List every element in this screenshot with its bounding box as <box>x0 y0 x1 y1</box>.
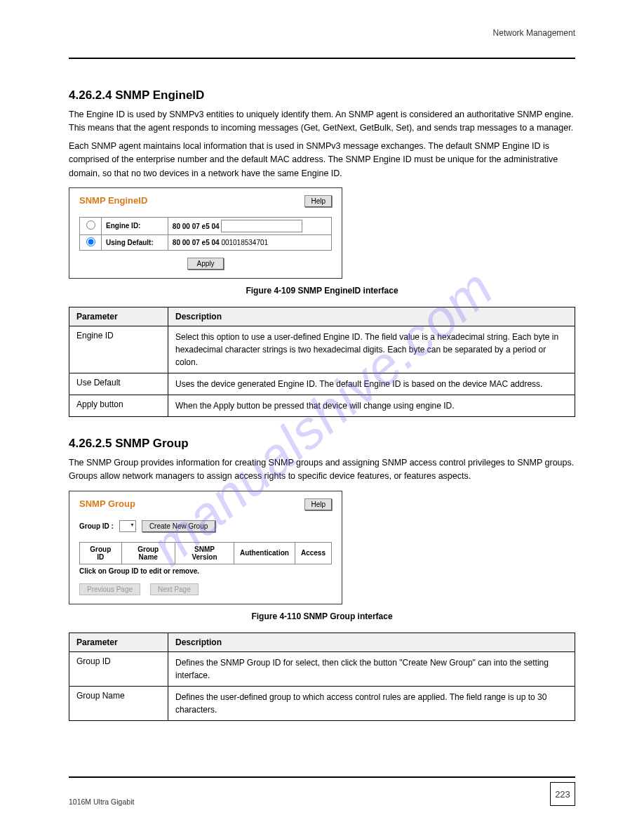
default-prefix: 80 00 07 e5 04 <box>173 239 220 246</box>
figure-caption-1: Figure 4-109 SNMP EngineID interface <box>69 286 575 296</box>
param-cell: Apply button <box>69 395 168 416</box>
group-header-table: Group ID Group Name SNMP Version Authent… <box>79 542 332 564</box>
group-id-dropdown[interactable] <box>119 520 136 532</box>
paragraph: The SNMP Group provides information for … <box>69 456 575 484</box>
footer-left: 1016M Ultra Gigabit <box>69 797 134 806</box>
default-value: 001018534701 <box>221 239 268 246</box>
desc-cell: Uses the device generated Engine ID. The… <box>168 373 575 395</box>
param-cell: Group ID <box>69 651 168 686</box>
figure-title: SNMP EngineID <box>79 195 147 206</box>
apply-button[interactable]: Apply <box>187 258 223 270</box>
engine-id-radio[interactable] <box>86 220 95 230</box>
help-button[interactable]: Help <box>304 498 332 510</box>
footer: 1016M Ultra Gigabit 223 <box>69 776 575 806</box>
engine-table: Engine ID: 80 00 07 e5 04 Using Default:… <box>79 217 332 251</box>
paragraph: The Engine ID is used by SNMPv3 entities… <box>69 108 575 135</box>
th-parameter: Parameter <box>69 633 168 651</box>
create-group-button[interactable]: Create New Group <box>142 520 215 532</box>
th-description: Description <box>168 307 575 326</box>
group-hint: Click on Group ID to edit or remove. <box>79 567 332 575</box>
section-heading-2: 4.26.2.5 SNMP Group <box>69 437 575 451</box>
desc-cell: Select this option to use a user-defined… <box>168 326 575 373</box>
section-heading-1: 4.26.2.4 SNMP EngineID <box>69 88 575 102</box>
header-right: Network Management <box>69 28 575 38</box>
desc-cell: When the Apply button be pressed that de… <box>168 395 575 416</box>
param-cell: Use Default <box>69 373 168 395</box>
th-group-name: Group Name <box>121 542 175 564</box>
th-group-id: Group ID <box>80 542 122 564</box>
next-page-button[interactable]: Next Page <box>150 583 199 595</box>
param-table-1: Parameter Description Engine ID Select t… <box>69 307 575 417</box>
figure-caption-2: Figure 4-110 SNMP Group interface <box>69 611 575 621</box>
engine-id-label: Engine ID: <box>102 217 168 234</box>
help-button[interactable]: Help <box>304 195 332 207</box>
header-rule <box>69 58 575 59</box>
figure-title: SNMP Group <box>79 498 135 509</box>
th-parameter: Parameter <box>69 307 168 326</box>
th-description: Description <box>168 633 575 651</box>
desc-cell: Defines the user-defined group to which … <box>168 686 575 720</box>
figure-snmp-group: SNMP Group Help Group ID : Create New Gr… <box>69 491 342 604</box>
param-cell: Group Name <box>69 686 168 720</box>
th-access: Access <box>295 542 331 564</box>
previous-page-button[interactable]: Previous Page <box>79 583 140 595</box>
th-auth: Authentication <box>234 542 295 564</box>
param-cell: Engine ID <box>69 326 168 373</box>
default-radio[interactable] <box>86 237 95 246</box>
paragraph: Each SNMP agent maintains local informat… <box>69 140 575 180</box>
desc-cell: Defines the SNMP Group ID for select, th… <box>168 651 575 686</box>
param-table-2: Parameter Description Group ID Defines t… <box>69 633 575 721</box>
group-id-label: Group ID : <box>79 522 114 530</box>
page-number: 223 <box>550 782 575 806</box>
figure-engine-id: SNMP EngineID Help Engine ID: 80 00 07 e… <box>69 187 342 279</box>
engine-prefix: 80 00 07 e5 04 <box>173 222 220 230</box>
default-label: Using Default: <box>102 234 168 250</box>
th-snmp-version: SNMP Version <box>175 542 234 564</box>
engine-id-input[interactable] <box>221 220 302 232</box>
